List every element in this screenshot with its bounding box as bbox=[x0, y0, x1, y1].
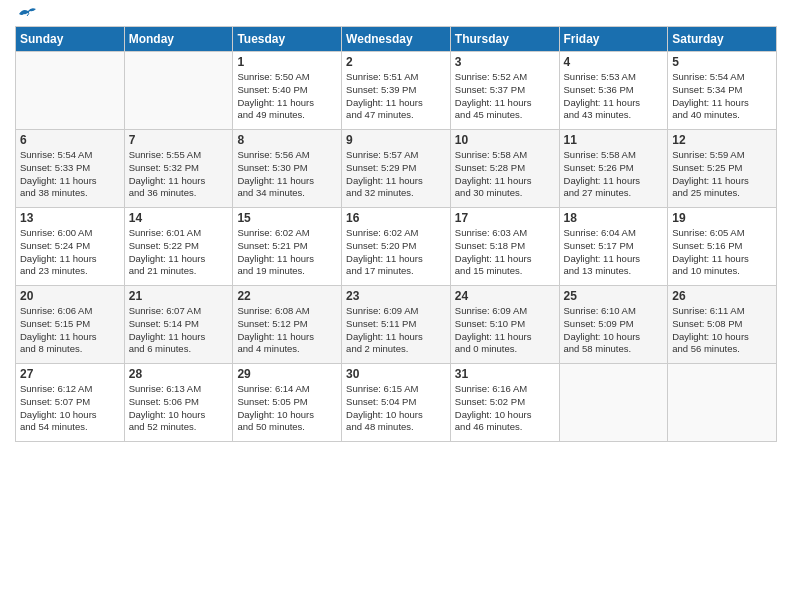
calendar-cell: 5Sunrise: 5:54 AMSunset: 5:34 PMDaylight… bbox=[668, 52, 777, 130]
cell-content: Sunrise: 5:54 AMSunset: 5:34 PMDaylight:… bbox=[672, 71, 772, 122]
cell-line: and 47 minutes. bbox=[346, 109, 414, 120]
day-number: 4 bbox=[564, 55, 664, 69]
cell-line: Sunrise: 6:05 AM bbox=[672, 227, 744, 238]
cell-line: Daylight: 10 hours bbox=[346, 409, 423, 420]
calendar-cell: 13Sunrise: 6:00 AMSunset: 5:24 PMDayligh… bbox=[16, 208, 125, 286]
cell-content: Sunrise: 6:03 AMSunset: 5:18 PMDaylight:… bbox=[455, 227, 555, 278]
day-number: 26 bbox=[672, 289, 772, 303]
calendar-cell: 1Sunrise: 5:50 AMSunset: 5:40 PMDaylight… bbox=[233, 52, 342, 130]
day-number: 2 bbox=[346, 55, 446, 69]
day-number: 8 bbox=[237, 133, 337, 147]
cell-line: and 54 minutes. bbox=[20, 421, 88, 432]
cell-line: Sunrise: 6:12 AM bbox=[20, 383, 92, 394]
cell-content: Sunrise: 5:57 AMSunset: 5:29 PMDaylight:… bbox=[346, 149, 446, 200]
cell-line: and 34 minutes. bbox=[237, 187, 305, 198]
day-number: 16 bbox=[346, 211, 446, 225]
day-number: 31 bbox=[455, 367, 555, 381]
cell-content: Sunrise: 5:58 AMSunset: 5:26 PMDaylight:… bbox=[564, 149, 664, 200]
cell-line: Sunrise: 6:09 AM bbox=[455, 305, 527, 316]
cell-line: Daylight: 11 hours bbox=[20, 175, 97, 186]
cell-content: Sunrise: 6:02 AMSunset: 5:20 PMDaylight:… bbox=[346, 227, 446, 278]
day-number: 30 bbox=[346, 367, 446, 381]
cell-line: Daylight: 10 hours bbox=[455, 409, 532, 420]
cell-content: Sunrise: 6:05 AMSunset: 5:16 PMDaylight:… bbox=[672, 227, 772, 278]
cell-content: Sunrise: 5:50 AMSunset: 5:40 PMDaylight:… bbox=[237, 71, 337, 122]
cell-line: Sunset: 5:05 PM bbox=[237, 396, 307, 407]
calendar-cell: 14Sunrise: 6:01 AMSunset: 5:22 PMDayligh… bbox=[124, 208, 233, 286]
cell-line: and 0 minutes. bbox=[455, 343, 517, 354]
cell-line: Sunset: 5:30 PM bbox=[237, 162, 307, 173]
cell-line: Sunrise: 5:54 AM bbox=[20, 149, 92, 160]
cell-line: and 40 minutes. bbox=[672, 109, 740, 120]
cell-line: Sunrise: 6:11 AM bbox=[672, 305, 744, 316]
calendar-cell: 11Sunrise: 5:58 AMSunset: 5:26 PMDayligh… bbox=[559, 130, 668, 208]
day-number: 15 bbox=[237, 211, 337, 225]
day-number: 17 bbox=[455, 211, 555, 225]
calendar-week-1: 1Sunrise: 5:50 AMSunset: 5:40 PMDaylight… bbox=[16, 52, 777, 130]
calendar-cell: 17Sunrise: 6:03 AMSunset: 5:18 PMDayligh… bbox=[450, 208, 559, 286]
day-number: 3 bbox=[455, 55, 555, 69]
cell-content: Sunrise: 6:14 AMSunset: 5:05 PMDaylight:… bbox=[237, 383, 337, 434]
day-number: 20 bbox=[20, 289, 120, 303]
day-number: 19 bbox=[672, 211, 772, 225]
calendar-week-5: 27Sunrise: 6:12 AMSunset: 5:07 PMDayligh… bbox=[16, 364, 777, 442]
cell-line: and 48 minutes. bbox=[346, 421, 414, 432]
cell-line: Sunrise: 6:00 AM bbox=[20, 227, 92, 238]
cell-line: Sunset: 5:26 PM bbox=[564, 162, 634, 173]
cell-content: Sunrise: 6:16 AMSunset: 5:02 PMDaylight:… bbox=[455, 383, 555, 434]
cell-content: Sunrise: 6:10 AMSunset: 5:09 PMDaylight:… bbox=[564, 305, 664, 356]
calendar-cell bbox=[16, 52, 125, 130]
logo bbox=[15, 10, 39, 18]
cell-line: and 49 minutes. bbox=[237, 109, 305, 120]
calendar-cell: 21Sunrise: 6:07 AMSunset: 5:14 PMDayligh… bbox=[124, 286, 233, 364]
cell-line: Daylight: 10 hours bbox=[20, 409, 97, 420]
cell-line: Sunset: 5:17 PM bbox=[564, 240, 634, 251]
cell-line: Daylight: 11 hours bbox=[237, 253, 314, 264]
cell-content: Sunrise: 6:07 AMSunset: 5:14 PMDaylight:… bbox=[129, 305, 229, 356]
cell-line: and 36 minutes. bbox=[129, 187, 197, 198]
day-number: 11 bbox=[564, 133, 664, 147]
day-number: 22 bbox=[237, 289, 337, 303]
cell-content: Sunrise: 6:09 AMSunset: 5:10 PMDaylight:… bbox=[455, 305, 555, 356]
cell-line: Daylight: 11 hours bbox=[346, 331, 423, 342]
cell-line: and 56 minutes. bbox=[672, 343, 740, 354]
calendar-cell: 9Sunrise: 5:57 AMSunset: 5:29 PMDaylight… bbox=[342, 130, 451, 208]
cell-content: Sunrise: 5:56 AMSunset: 5:30 PMDaylight:… bbox=[237, 149, 337, 200]
calendar-cell: 31Sunrise: 6:16 AMSunset: 5:02 PMDayligh… bbox=[450, 364, 559, 442]
cell-line: Sunset: 5:15 PM bbox=[20, 318, 90, 329]
cell-line: and 27 minutes. bbox=[564, 187, 632, 198]
cell-line: Daylight: 11 hours bbox=[564, 253, 641, 264]
calendar-cell: 30Sunrise: 6:15 AMSunset: 5:04 PMDayligh… bbox=[342, 364, 451, 442]
cell-line: Sunrise: 6:16 AM bbox=[455, 383, 527, 394]
cell-line: and 17 minutes. bbox=[346, 265, 414, 276]
cell-line: Sunrise: 6:04 AM bbox=[564, 227, 636, 238]
calendar-cell: 23Sunrise: 6:09 AMSunset: 5:11 PMDayligh… bbox=[342, 286, 451, 364]
logo-bird-icon bbox=[17, 6, 39, 22]
calendar-cell: 19Sunrise: 6:05 AMSunset: 5:16 PMDayligh… bbox=[668, 208, 777, 286]
cell-line: Sunrise: 6:09 AM bbox=[346, 305, 418, 316]
cell-line: Sunrise: 5:54 AM bbox=[672, 71, 744, 82]
day-number: 12 bbox=[672, 133, 772, 147]
cell-line: and 21 minutes. bbox=[129, 265, 197, 276]
weekday-header-friday: Friday bbox=[559, 27, 668, 52]
cell-line: Sunset: 5:09 PM bbox=[564, 318, 634, 329]
cell-line: Daylight: 11 hours bbox=[455, 97, 532, 108]
cell-content: Sunrise: 5:58 AMSunset: 5:28 PMDaylight:… bbox=[455, 149, 555, 200]
cell-content: Sunrise: 6:12 AMSunset: 5:07 PMDaylight:… bbox=[20, 383, 120, 434]
weekday-header-monday: Monday bbox=[124, 27, 233, 52]
cell-line: Sunrise: 5:58 AM bbox=[564, 149, 636, 160]
cell-line: Sunrise: 5:59 AM bbox=[672, 149, 744, 160]
cell-content: Sunrise: 6:01 AMSunset: 5:22 PMDaylight:… bbox=[129, 227, 229, 278]
cell-line: and 58 minutes. bbox=[564, 343, 632, 354]
cell-line: Sunset: 5:02 PM bbox=[455, 396, 525, 407]
cell-line: Daylight: 11 hours bbox=[455, 253, 532, 264]
cell-line: and 13 minutes. bbox=[564, 265, 632, 276]
weekday-header-wednesday: Wednesday bbox=[342, 27, 451, 52]
calendar-cell bbox=[668, 364, 777, 442]
weekday-header-thursday: Thursday bbox=[450, 27, 559, 52]
cell-content: Sunrise: 6:04 AMSunset: 5:17 PMDaylight:… bbox=[564, 227, 664, 278]
cell-line: Sunset: 5:24 PM bbox=[20, 240, 90, 251]
cell-line: Sunrise: 5:53 AM bbox=[564, 71, 636, 82]
calendar-cell: 22Sunrise: 6:08 AMSunset: 5:12 PMDayligh… bbox=[233, 286, 342, 364]
cell-line: Daylight: 11 hours bbox=[346, 175, 423, 186]
